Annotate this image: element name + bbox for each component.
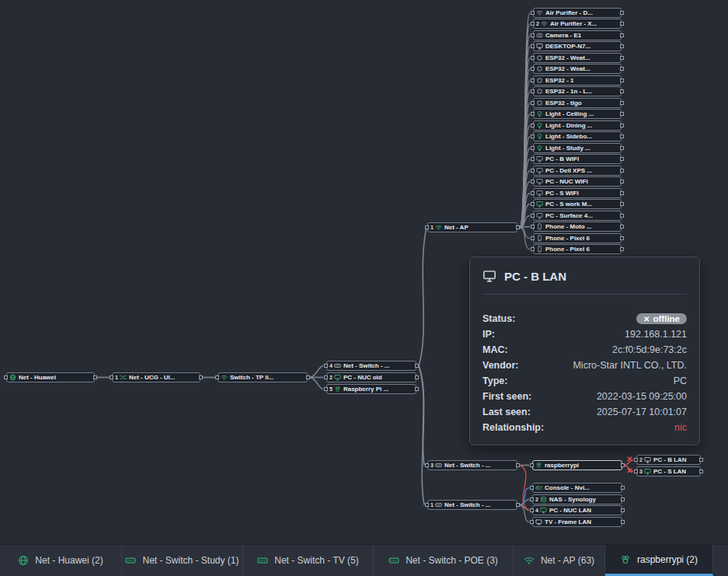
node-raspberrypi[interactable]: raspberrypi [532,460,622,470]
camera-icon [536,32,543,39]
bulb-icon [536,133,543,140]
popup-row-type: Type:PC [482,373,687,389]
node-phone-moto[interactable]: Phone - Moto ... [533,222,622,232]
node-phone-pixel6-a[interactable]: Phone - Pixel 6 [533,233,622,243]
broken-link-icon: ✕ [626,467,632,475]
node-label: Net - Switch - ... [343,362,390,369]
status-badge: ✕offline [636,313,687,324]
raspberry-icon [535,462,542,469]
popup-row-relationship: Relationship:nic [482,420,687,435]
node-light-ceiling[interactable]: Light - Ceiling ... [533,109,622,119]
popup-row-first-seen: First seen:2022-03-15 09:25:00 [482,389,687,404]
network-tabs-bar: Net - Huawei (2) Net - Switch - Study (1… [0,544,728,576]
node-net-ucg[interactable]: 1Net - UCG - Ul... [112,372,200,382]
tab-net-huawei[interactable]: Net - Huawei (2) [0,545,122,576]
node-pc-nuc-wifi[interactable]: PC - NUC WIFI [533,176,622,187]
chip-icon [536,77,543,84]
tab-net-ap[interactable]: Net - AP (63) [514,545,605,576]
popup-row-status: Status: ✕offline [482,311,687,326]
x-icon: ✕ [643,315,650,323]
phone-icon [536,235,543,242]
monitor-icon [482,269,496,283]
node-air-purifier-x[interactable]: 2Air Purifier - X... [533,19,622,29]
node-net-ap[interactable]: 1Net - AP [427,222,517,232]
raspberry-icon [620,554,631,565]
chip-icon [536,99,543,106]
phone-icon [536,223,543,230]
monitor-icon [536,190,543,197]
node-label: Net - UCG - Ul... [129,374,176,381]
node-badge: 4 [329,363,333,368]
switch-icon [125,555,136,566]
monitor-icon [536,212,543,219]
wifi-icon [536,9,543,16]
node-label: Switch - TP li... [230,374,273,381]
monitor-icon [536,155,543,162]
node-label: Net - AP [444,224,468,231]
node-pc-b-lan[interactable]: 2PC - B LAN [636,455,701,465]
wifi-icon [524,555,535,566]
tab-net-switch-tv[interactable]: Net - Switch - TV (5) [243,545,374,576]
monitor-icon [536,43,543,50]
node-pc-s-lan[interactable]: 3PC - S LAN [636,466,701,477]
phone-icon [536,246,543,253]
node-switch-tp[interactable]: Switch - TP li... [218,372,308,382]
node-pc-surface[interactable]: PC - Surface 4... [533,211,622,221]
tab-raspberrypi[interactable]: raspberrypi (2) [605,545,713,576]
node-pc-dell-xps[interactable]: PC - Dell XPS ... [533,166,622,176]
node-light-study[interactable]: Light - Study ... [533,143,622,153]
tv-icon [535,518,542,525]
node-esp32-tlgo[interactable]: ESP32 - tlgo [533,98,622,108]
node-pc-s-work[interactable]: PC - S work M... [533,199,622,209]
node-pc-nuc-old[interactable]: 2PC - NUC old [326,372,416,382]
switch-icon [388,555,399,566]
tab-net-switch-poe[interactable]: Net - Switch - POE (3) [374,545,514,576]
node-tv-frame-lan[interactable]: TV - Frame LAN [532,517,622,527]
node-net-switch-tv[interactable]: 1Net - Switch - ... [427,500,517,510]
globe-icon [18,555,29,566]
popup-row-last-seen: Last seen:2025-07-17 10:01:07 [482,404,687,420]
node-camera-e1[interactable]: Camera - E1 [533,30,622,40]
node-raspberry-pi[interactable]: 5Raspberry Pi ... [326,384,416,394]
chip-icon [536,65,543,72]
status-value: offline [653,314,681,323]
node-esp32-1n[interactable]: ESP32 - 1n - L... [533,86,622,96]
node-esp32-weat-1[interactable]: ESP32 - Weat... [533,53,622,63]
node-label: PC - NUC old [343,374,382,381]
popup-row-ip: IP:192.168.1.121 [482,326,687,342]
node-net-switch-study[interactable]: 3Net - Switch - ... [427,460,517,470]
node-phone-pixel6-b[interactable]: Phone - Pixel 6 [533,244,622,254]
node-badge: 1 [115,375,118,380]
switch-icon [257,555,268,566]
node-nas-synology[interactable]: 2NAS - Synology [532,494,622,504]
node-pc-b-wifi[interactable]: PC - B WIFI [533,154,622,164]
chip-icon [536,88,543,95]
monitor-icon [536,178,543,185]
popup-title: PC - B LAN [504,270,566,283]
monitor-icon [540,507,547,514]
node-label: Raspberry Pi ... [343,386,388,393]
node-esp32-weat-2[interactable]: ESP32 - Weat... [533,64,622,74]
node-air-purifier-d[interactable]: Air Purifier - D... [533,8,622,18]
globe-icon [9,374,16,381]
tab-net-switch-study[interactable]: Net - Switch - Study (1) [122,545,243,576]
monitor-icon [536,201,543,208]
popup-row-mac: MAC:2c:f0:5d:9e:73:2c [482,342,687,358]
node-esp32-1[interactable]: ESP32 - 1 [533,75,622,86]
node-net-switch-cluster[interactable]: 4Net - Switch - ... [326,361,416,371]
switch-icon [334,362,341,369]
node-light-sideboard[interactable]: Light - Sidebo... [533,131,622,141]
switch-icon [435,462,442,469]
popup-rows: Status: ✕offline IP:192.168.1.121 MAC:2c… [470,311,699,435]
bulb-icon [536,110,543,117]
popup-row-vendor: Vendor:Micro-Star INTL CO., LTD. [482,358,687,373]
node-net-huawei[interactable]: Net - Huawei [6,372,95,382]
node-desktop[interactable]: DESKTOP-N7... [533,41,622,51]
node-pc-s-wifi[interactable]: PC - S WIFI [533,188,622,198]
monitor-icon [644,456,651,463]
node-console-nvidia[interactable]: Console - Nvi... [532,483,622,493]
node-pc-nuc-lan[interactable]: 4PC - NUC LAN [532,505,622,515]
device-detail-popup: PC - B LAN Status: ✕offline IP:192.168.1… [469,257,700,445]
monitor-icon [536,167,543,174]
node-light-dining[interactable]: Light - Dining ... [533,120,622,131]
